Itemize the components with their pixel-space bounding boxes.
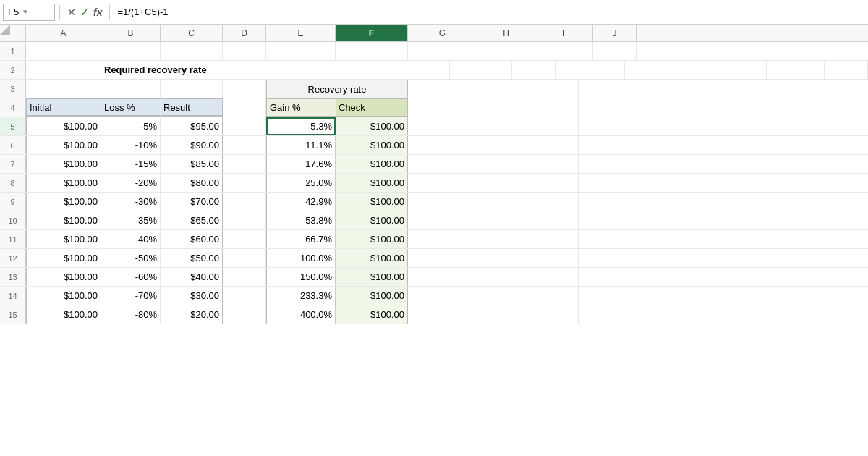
cancel-icon[interactable]: ✕ <box>67 7 76 18</box>
cell-h-14[interactable] <box>408 287 477 305</box>
cell-d2[interactable] <box>512 61 556 79</box>
cell-d4[interactable] <box>223 98 266 117</box>
cell-j-10[interactable] <box>535 211 579 229</box>
cell-j-14[interactable] <box>535 287 579 305</box>
cell-gain-14[interactable]: 233.3% <box>266 287 336 305</box>
cell-a1[interactable] <box>26 42 101 60</box>
cell-j-6[interactable] <box>535 136 579 154</box>
cell-initial-7[interactable]: $100.00 <box>26 155 101 173</box>
cell-loss-9[interactable]: -30% <box>101 193 161 211</box>
cell-i-11[interactable] <box>477 230 535 248</box>
cell-i-14[interactable] <box>477 287 535 305</box>
cell-j-15[interactable] <box>535 305 579 324</box>
cell-i-12[interactable] <box>477 249 535 267</box>
cell-j-5[interactable] <box>535 117 579 135</box>
cell-i-6[interactable] <box>477 136 535 154</box>
cell-h-5[interactable] <box>408 117 477 135</box>
cell-e-8[interactable] <box>223 174 266 192</box>
cell-i-9[interactable] <box>477 193 535 211</box>
cell-g1[interactable] <box>408 42 477 60</box>
cell-check-12[interactable]: $100.00 <box>336 249 408 267</box>
cell-check-14[interactable]: $100.00 <box>336 287 408 305</box>
cell-check-10[interactable]: $100.00 <box>336 211 408 229</box>
cell-e-13[interactable] <box>223 268 266 286</box>
cell-h-9[interactable] <box>408 193 477 211</box>
cell-gain-5[interactable]: 5.3% <box>266 117 336 135</box>
cell-j-8[interactable] <box>535 174 579 192</box>
cell-initial-15[interactable]: $100.00 <box>26 305 101 324</box>
cell-result-10[interactable]: $65.00 <box>161 211 223 229</box>
cell-gain-12[interactable]: 100.0% <box>266 249 336 267</box>
cell-e-7[interactable] <box>223 155 266 173</box>
cell-gain-9[interactable]: 42.9% <box>266 193 336 211</box>
cell-h-13[interactable] <box>408 268 477 286</box>
cell-i3[interactable] <box>535 80 579 98</box>
cell-loss-7[interactable]: -15% <box>101 155 161 173</box>
col-header-h[interactable]: H <box>477 25 535 41</box>
cell-h-6[interactable] <box>408 136 477 154</box>
cell-j-7[interactable] <box>535 155 579 173</box>
cell-h3[interactable] <box>477 80 535 98</box>
cell-result-13[interactable]: $40.00 <box>161 268 223 286</box>
cell-result-header[interactable]: Result <box>161 98 223 117</box>
cell-c3[interactable] <box>161 80 223 98</box>
cell-e-11[interactable] <box>223 230 266 248</box>
cell-h-11[interactable] <box>408 230 477 248</box>
cell-initial-10[interactable]: $100.00 <box>26 211 101 229</box>
cell-gain-15[interactable]: 400.0% <box>266 305 336 324</box>
col-header-j[interactable]: J <box>593 25 637 41</box>
cell-loss-11[interactable]: -40% <box>101 230 161 248</box>
cell-result-5[interactable]: $95.00 <box>161 117 223 135</box>
cell-result-14[interactable]: $30.00 <box>161 287 223 305</box>
cell-gain-11[interactable]: 66.7% <box>266 230 336 248</box>
cell-e-6[interactable] <box>223 136 266 154</box>
cell-e2[interactable] <box>556 61 625 79</box>
cell-result-11[interactable]: $60.00 <box>161 230 223 248</box>
cell-i1[interactable] <box>535 42 593 60</box>
cell-g2[interactable] <box>697 61 767 79</box>
cell-d1[interactable] <box>223 42 266 60</box>
cell-j1[interactable] <box>593 42 637 60</box>
col-header-a[interactable]: A <box>26 25 101 41</box>
cell-initial-6[interactable]: $100.00 <box>26 136 101 154</box>
cell-result-15[interactable]: $20.00 <box>161 305 223 324</box>
cell-gain-10[interactable]: 53.8% <box>266 211 336 229</box>
cell-check-5[interactable]: $100.00 <box>336 117 408 135</box>
cell-check-8[interactable]: $100.00 <box>336 174 408 192</box>
cell-i-7[interactable] <box>477 155 535 173</box>
cell-a2[interactable] <box>26 61 101 79</box>
cell-gain-13[interactable]: 150.0% <box>266 268 336 286</box>
cell-h2[interactable] <box>767 61 825 79</box>
cell-e-12[interactable] <box>223 249 266 267</box>
cell-h-10[interactable] <box>408 211 477 229</box>
cell-b3[interactable] <box>101 80 161 98</box>
cell-j-12[interactable] <box>535 249 579 267</box>
cell-reference-box[interactable]: F5 ▾ <box>3 4 55 21</box>
cell-h-12[interactable] <box>408 249 477 267</box>
cell-h1[interactable] <box>477 42 535 60</box>
cell-e1[interactable] <box>266 42 336 60</box>
cell-initial-14[interactable]: $100.00 <box>26 287 101 305</box>
cell-i4[interactable] <box>535 98 579 117</box>
col-header-f[interactable]: F <box>336 25 408 41</box>
cell-h-8[interactable] <box>408 174 477 192</box>
cell-loss-12[interactable]: -50% <box>101 249 161 267</box>
cell-loss-15[interactable]: -80% <box>101 305 161 324</box>
cell-loss-14[interactable]: -70% <box>101 287 161 305</box>
cell-e-15[interactable] <box>223 305 266 324</box>
cell-check-header[interactable]: Check <box>336 98 408 117</box>
col-header-g[interactable]: G <box>408 25 477 41</box>
cell-result-6[interactable]: $90.00 <box>161 136 223 154</box>
cell-c1[interactable] <box>161 42 223 60</box>
cell-i-8[interactable] <box>477 174 535 192</box>
cell-initial-9[interactable]: $100.00 <box>26 193 101 211</box>
cell-check-7[interactable]: $100.00 <box>336 155 408 173</box>
cell-h-7[interactable] <box>408 155 477 173</box>
col-header-b[interactable]: B <box>101 25 161 41</box>
cell-j-11[interactable] <box>535 230 579 248</box>
cell-result-9[interactable]: $70.00 <box>161 193 223 211</box>
cell-e-9[interactable] <box>223 193 266 211</box>
cell-i-10[interactable] <box>477 211 535 229</box>
cell-j-9[interactable] <box>535 193 579 211</box>
cell-gain-header[interactable]: Gain % <box>266 98 336 117</box>
